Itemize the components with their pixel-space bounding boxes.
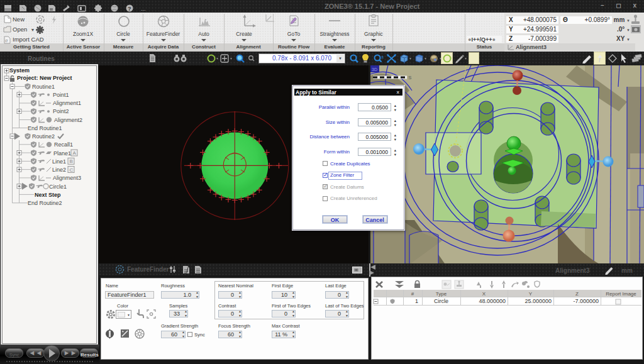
svg-text:A: A <box>73 150 77 156</box>
svg-text:3D: 3D <box>372 67 377 72</box>
svg-text:C: C <box>70 167 74 173</box>
svg-text:B: B <box>70 158 73 164</box>
svg-text:±: ± <box>381 54 384 60</box>
svg-text:•: • <box>205 18 206 21</box>
svg-text:...: ... <box>141 6 146 12</box>
svg-text:?: ? <box>128 6 131 12</box>
svg-text:S: S <box>408 75 411 80</box>
svg-text:σ: σ <box>5 38 8 43</box>
